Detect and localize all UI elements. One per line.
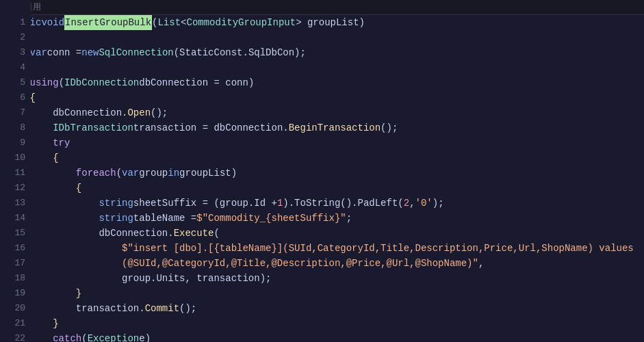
code-line-2: { — [7, 30, 637, 45]
code-line-18: group.Units, transaction); — [7, 271, 637, 286]
code-line-15: dbConnection.Execute( — [7, 226, 637, 241]
code-line-3: var conn = new SqlConnection(StaticConst… — [7, 45, 637, 60]
code-content: public void InsertGroupBulk(List<Commodi… — [0, 15, 644, 342]
code-line-13: string sheetSuffix = (group.Id + 1).ToSt… — [7, 196, 637, 211]
code-line-11: foreach (var group in groupList) — [7, 166, 637, 181]
code-line-14: string tableName = $"Commodity_{sheetSuf… — [7, 211, 637, 226]
reference-count-bar: 1 个引用 — [0, 0, 644, 15]
code-line-1: public void InsertGroupBulk(List<Commodi… — [7, 15, 637, 30]
code-line-7: dbConnection.Open(); — [7, 105, 637, 120]
code-editor: 1 个引用 1 2 3 4 5 6 7 8 9 10 11 12 13 14 1… — [0, 0, 644, 342]
code-line-12: { — [7, 181, 637, 196]
code-line-22: catch (Exception e) — [7, 331, 637, 342]
code-line-20: transaction.Commit(); — [7, 301, 637, 316]
code-line-6: { — [7, 90, 637, 105]
line-numbers: 1 2 3 4 5 6 7 8 9 10 11 12 13 14 15 16 1… — [0, 15, 31, 342]
code-line-19: } — [7, 286, 637, 301]
code-line-8: IDbTransaction transaction = dbConnectio… — [7, 120, 637, 135]
code-line-21: } — [7, 316, 637, 331]
code-line-9: try — [7, 135, 637, 150]
code-line-5: using (IDbConnection dbConnection = conn… — [7, 75, 637, 90]
code-line-17: (@SUId,@CategoryId,@Title,@Description,@… — [7, 256, 637, 271]
token-void: void — [41, 15, 64, 30]
code-line-4 — [7, 60, 637, 75]
token-method-name: InsertGroupBulk — [64, 15, 152, 30]
code-line-10: { — [7, 150, 637, 166]
code-line-16: $"insert [dbo].[{tableName}](SUId,Catego… — [7, 241, 637, 256]
